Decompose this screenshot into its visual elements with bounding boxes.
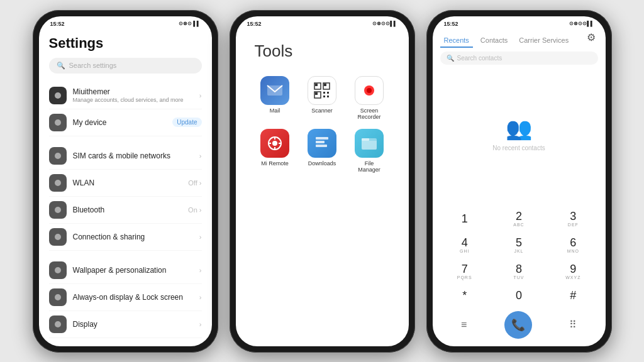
mydevice-title: My device xyxy=(73,118,173,127)
wlan-icon xyxy=(49,174,67,192)
key-num-0: 0 xyxy=(516,290,522,301)
dialer-tabs: RecentsContactsCarrier Services xyxy=(433,29,606,48)
key-letters-7: PQRS xyxy=(457,275,472,280)
key-5[interactable]: 5JKL xyxy=(492,232,546,258)
key-num-5: 5 xyxy=(516,237,522,248)
settings-item-miuithemer[interactable]: MiuithemerManage accounts, cloud service… xyxy=(49,82,202,109)
key-letters-4: GHI xyxy=(460,249,469,253)
svg-rect-17 xyxy=(327,92,329,94)
app-item-downloads[interactable]: Downloads xyxy=(302,129,343,173)
dialer-search-placeholder: Search contacts xyxy=(457,55,502,62)
dialer-bottom: ≡ 📞 ⠿ xyxy=(433,306,606,346)
miuithemer-icon xyxy=(49,87,67,104)
key-3[interactable]: 3DEF xyxy=(546,206,600,232)
app-item-filemanager[interactable]: File Manager xyxy=(349,129,390,173)
search-icon: 🔍 xyxy=(57,62,65,70)
key-letters-8: TUV xyxy=(513,275,524,280)
time-1: 15:52 xyxy=(50,21,65,27)
key-letters-2: ABC xyxy=(513,222,524,227)
key-num-3: 3 xyxy=(570,211,576,222)
key-*[interactable]: * xyxy=(438,285,492,306)
miuithemer-right: › xyxy=(199,92,202,99)
display-right: › xyxy=(199,321,202,328)
gear-icon[interactable]: ⚙ xyxy=(587,31,596,43)
settings-item-wallpaper[interactable]: Wallpaper & personalization› xyxy=(49,257,202,284)
bluetooth-icon xyxy=(49,201,67,219)
key-letters-3: DEF xyxy=(568,222,579,227)
call-button[interactable]: 📞 xyxy=(504,311,532,339)
connection-right: › xyxy=(199,233,202,241)
miuithemer-sub: Manage accounts, cloud services, and mor… xyxy=(73,97,199,103)
svg-rect-32 xyxy=(362,138,369,141)
settings-content: Settings 🔍 Search settings MiuithemerMan… xyxy=(39,29,212,346)
svg-point-1 xyxy=(55,119,61,126)
tools-content: Tools MailScannerScreen RecorderMi Remot… xyxy=(236,29,409,346)
key-1[interactable]: 1 xyxy=(438,206,492,232)
settings-list: MiuithemerManage accounts, cloud service… xyxy=(49,82,202,338)
app-item-recorder[interactable]: Screen Recorder xyxy=(349,76,390,120)
key-letters-5: JKL xyxy=(514,249,523,253)
svg-rect-13 xyxy=(324,84,326,86)
downloads-icon xyxy=(308,129,336,158)
key-#[interactable]: # xyxy=(546,285,600,306)
settings-item-lockscreen[interactable]: Always-on display & Lock screen› xyxy=(49,284,202,311)
svg-point-5 xyxy=(55,234,61,240)
connection-icon xyxy=(49,228,67,246)
svg-rect-18 xyxy=(323,96,325,97)
time-3: 15:52 xyxy=(444,21,458,27)
filemanager-icon xyxy=(355,129,384,158)
key-4[interactable]: 4GHI xyxy=(438,232,492,258)
status-icons-1: ⊙⊗⊙ ▌▌ xyxy=(179,21,200,26)
wlan-right: Off › xyxy=(188,179,201,187)
key-7[interactable]: 7PQRS xyxy=(438,258,492,285)
status-bar-3: 15:52 ⊙⊗⊙⊙▌▌ xyxy=(433,16,606,29)
simcards-icon xyxy=(49,147,67,165)
app-grid: MailScannerScreen RecorderMi RemoteDownl… xyxy=(255,76,390,173)
svg-rect-29 xyxy=(316,141,325,143)
settings-item-mydevice[interactable]: My deviceUpdate xyxy=(49,109,202,136)
svg-rect-28 xyxy=(316,137,328,140)
settings-item-connection[interactable]: Connection & sharing› xyxy=(49,224,202,251)
wlan-title: WLAN xyxy=(73,178,189,187)
tab-recents[interactable]: Recents xyxy=(440,34,473,48)
app-item-scanner[interactable]: Scanner xyxy=(302,76,343,120)
search-placeholder: Search settings xyxy=(69,62,117,69)
mydevice-badge: Update xyxy=(172,118,201,127)
key-num-8: 8 xyxy=(516,263,522,275)
svg-point-23 xyxy=(272,141,277,146)
svg-rect-30 xyxy=(316,145,327,147)
app-item-miremote[interactable]: Mi Remote xyxy=(255,129,296,173)
key-letters-6: MNO xyxy=(567,249,579,253)
display-icon xyxy=(49,315,67,333)
dialer-search[interactable]: 🔍 Search contacts xyxy=(440,52,598,65)
settings-item-bluetooth[interactable]: BluetoothOn › xyxy=(49,197,202,224)
status-icons-3: ⊙⊗⊙⊙▌▌ xyxy=(569,21,594,26)
miuithemer-title: Miuithemer xyxy=(73,87,199,96)
key-0[interactable]: 0 xyxy=(492,285,546,306)
recorder-icon xyxy=(355,76,384,105)
settings-title: Settings xyxy=(49,35,202,52)
key-9[interactable]: 9WXYZ xyxy=(546,258,600,285)
svg-rect-15 xyxy=(315,92,318,95)
settings-item-display[interactable]: Display› xyxy=(49,311,202,338)
wallpaper-title: Wallpaper & personalization xyxy=(73,266,199,275)
svg-point-7 xyxy=(55,294,61,300)
menu-icon[interactable]: ≡ xyxy=(461,319,467,331)
key-8[interactable]: 8TUV xyxy=(492,258,546,285)
app-item-mail[interactable]: Mail xyxy=(255,76,296,120)
phone1: 15:52 ⊙⊗⊙ ▌▌ Settings 🔍 Search settings … xyxy=(33,10,218,353)
grid-icon[interactable]: ⠿ xyxy=(569,319,577,331)
tab-contacts[interactable]: Contacts xyxy=(477,34,511,48)
tab-carrier[interactable]: Carrier Services xyxy=(515,34,572,48)
settings-item-wlan[interactable]: WLANOff › xyxy=(49,170,202,197)
settings-item-simcards[interactable]: SIM cards & mobile networks› xyxy=(49,143,202,170)
mydevice-icon xyxy=(49,114,67,131)
phone2: 15:52 ⊙⊗⊙⊙▌▌ Tools MailScannerScreen Rec… xyxy=(230,10,415,353)
settings-search-bar[interactable]: 🔍 Search settings xyxy=(49,58,202,74)
key-6[interactable]: 6MNO xyxy=(546,232,600,258)
svg-point-0 xyxy=(55,92,61,99)
key-2[interactable]: 2ABC xyxy=(492,206,546,232)
lockscreen-icon xyxy=(49,288,67,306)
key-num-*: * xyxy=(462,290,467,301)
key-num-6: 6 xyxy=(570,237,576,248)
